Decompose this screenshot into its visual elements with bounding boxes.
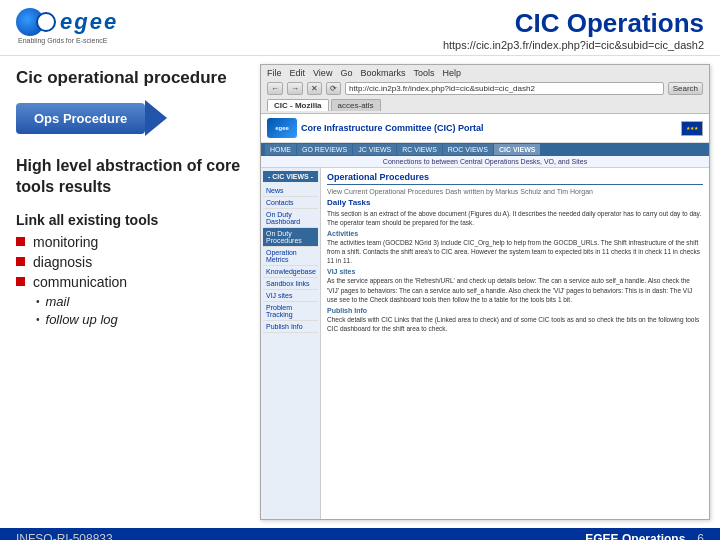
bullet-square-icon [16,277,25,286]
list-item: diagnosis [16,254,244,270]
nav-cicviews[interactable]: CIC VIEWS [494,144,541,155]
sidebar-item-contacts[interactable]: Contacts [263,197,318,209]
cic-nav: HOME GO REVIEWS JC VIEWS RC VIEWS ROC VI… [261,143,709,156]
bullet-square-icon [16,257,25,266]
cic-portal: egee Core Infrastructure Committee (CIC)… [261,114,709,519]
footer-left: INFSO-RI-508833 [16,532,113,540]
sub-bullet-icon: • [36,296,40,307]
browser-content: egee Core Infrastructure Committee (CIC)… [261,114,709,519]
list-item: communication [16,274,244,290]
stop-button[interactable]: ✕ [307,82,322,95]
cic-portal-title: Core Infrastructure Committee (CIC) Port… [301,123,484,133]
ops-procedure-button[interactable]: Ops Procedure [16,103,145,134]
cic-portal-logo-text: Core Infrastructure Committee (CIC) Port… [301,123,484,133]
cic-portal-logo: egee Core Infrastructure Committee (CIC)… [267,118,484,138]
menu-bookmarks[interactable]: Bookmarks [360,68,405,78]
cic-portal-header: egee Core Infrastructure Committee (CIC)… [261,114,709,143]
menu-view[interactable]: View [313,68,332,78]
eu-stars-icon: ★★★ [686,125,698,131]
browser-tabs: CIC - Mozilla acces-atls [265,98,705,111]
menu-tools[interactable]: Tools [413,68,434,78]
daily-tasks-desc: This section is an extract of the above … [327,209,703,227]
cic-sidebar: - CIC VIEWS - News Contacts On Duty Dash… [261,168,321,519]
bullet-square-icon [16,237,25,246]
publish-text: Check details with CIC Links that the (L… [327,315,703,333]
cic-sidebar-header: - CIC VIEWS - [263,171,318,182]
cic-main-content: Operational Procedures View Current Oper… [321,168,709,519]
logo-subtitle: Enabling Grids for E-sciencE [18,37,107,44]
refresh-button[interactable]: ⟳ [326,82,341,95]
logo-circle-white [36,12,56,32]
search-button[interactable]: Search [668,82,703,95]
sidebar-item-sandbox[interactable]: Sandbox links [263,278,318,290]
right-panel: File Edit View Go Bookmarks Tools Help ←… [260,56,720,528]
logo-area: egee Enabling Grids for E-sciencE [16,8,118,44]
browser-toolbar: ← → ✕ ⟳ Search [265,81,705,96]
menu-edit[interactable]: Edit [290,68,306,78]
cic-banner-text: Connections to between Central Operation… [383,158,587,165]
ops-procedure-wrapper: Ops Procedure [16,100,244,136]
page-title: CIC Operations [443,8,704,39]
tab-acces-atls[interactable]: acces-atls [331,99,381,111]
nav-rocviews[interactable]: ROC VIEWS [443,144,493,155]
left-panel: Cic operational procedure Ops Procedure … [0,56,260,528]
nav-jcviews[interactable]: JC VIEWS [353,144,396,155]
link-item-communication: communication [33,274,127,290]
forward-button[interactable]: → [287,82,303,95]
sidebar-item-dashboard[interactable]: On Duty Dashboard [263,209,318,228]
eu-flag-icon: ★★★ [681,121,703,136]
link-item-diagnosis: diagnosis [33,254,92,270]
browser-window: File Edit View Go Bookmarks Tools Help ←… [260,64,710,520]
vij-text: As the service appears on the 'Refresh/U… [327,276,703,303]
menu-go[interactable]: Go [340,68,352,78]
sidebar-item-metrics[interactable]: Operation Metrics [263,247,318,266]
arrow-right-icon [145,100,167,136]
tab-cic-mozilla[interactable]: CIC - Mozilla [267,99,329,111]
sidebar-item-publishinfo[interactable]: Publish Info [263,321,318,333]
footer-page: 6 [697,532,704,540]
egee-logo-text: egee [60,9,118,35]
egee-logo: egee [16,8,118,36]
link-section: Link all existing tools monitoring diagn… [16,212,244,330]
sidebar-item-kb[interactable]: Knowledgebase [263,266,318,278]
browser-bar: File Edit View Go Bookmarks Tools Help ←… [261,65,709,114]
cic-author: View Current Operational Procedures Dash… [327,188,703,195]
page-header: egee Enabling Grids for E-sciencE CIC Op… [0,0,720,56]
sub-item-mail: • mail [36,294,244,309]
address-bar[interactable] [345,82,664,95]
page-footer: INFSO-RI-508833 EGEE Operations 6 [0,528,720,540]
daily-tasks-section: Daily Tasks This section is an extract o… [327,198,703,227]
sidebar-item-procedures[interactable]: On Duty Procedures [263,228,318,247]
cic-banner: Connections to between Central Operation… [261,156,709,168]
cic-page-title: Operational Procedures [327,172,703,185]
link-section-title: Link all existing tools [16,212,244,228]
main-content: Cic operational procedure Ops Procedure … [0,56,720,528]
back-button[interactable]: ← [267,82,283,95]
menu-help[interactable]: Help [442,68,461,78]
sidebar-item-news[interactable]: News [263,185,318,197]
egee-small-logo: egee [267,118,297,138]
cic-op-title: Cic operational procedure [16,68,244,88]
sidebar-item-problemtracking[interactable]: Problem Tracking [263,302,318,321]
header-url: https://cic.in2p3.fr/index.php?id=cic&su… [443,39,704,51]
menu-file[interactable]: File [267,68,282,78]
vij-section: VIJ sites As the service appears on the … [327,268,703,303]
sub-item-followup: • follow up log [36,312,244,327]
publish-title: Publish Info [327,307,703,314]
high-level-text: High level abstraction of core tools res… [16,156,244,198]
sub-item-followup-label: follow up log [46,312,118,327]
nav-rcviews[interactable]: RC VIEWS [397,144,442,155]
browser-menubar: File Edit View Go Bookmarks Tools Help [265,67,705,79]
nav-goreviews[interactable]: GO REVIEWS [297,144,352,155]
sub-item-mail-label: mail [46,294,70,309]
link-item-monitoring: monitoring [33,234,98,250]
activities-text: The activities team (GOCDB2 NGrid 3) inc… [327,238,703,265]
nav-home[interactable]: HOME [265,144,296,155]
header-right: CIC Operations https://cic.in2p3.fr/inde… [443,8,704,51]
footer-right: EGEE Operations 6 [585,532,704,540]
activities-section: Activities The activities team (GOCDB2 N… [327,230,703,265]
activities-title: Activities [327,230,703,237]
sidebar-item-vijsites[interactable]: VIJ sites [263,290,318,302]
footer-brand: EGEE Operations [585,532,685,540]
sub-bullet-icon: • [36,314,40,325]
